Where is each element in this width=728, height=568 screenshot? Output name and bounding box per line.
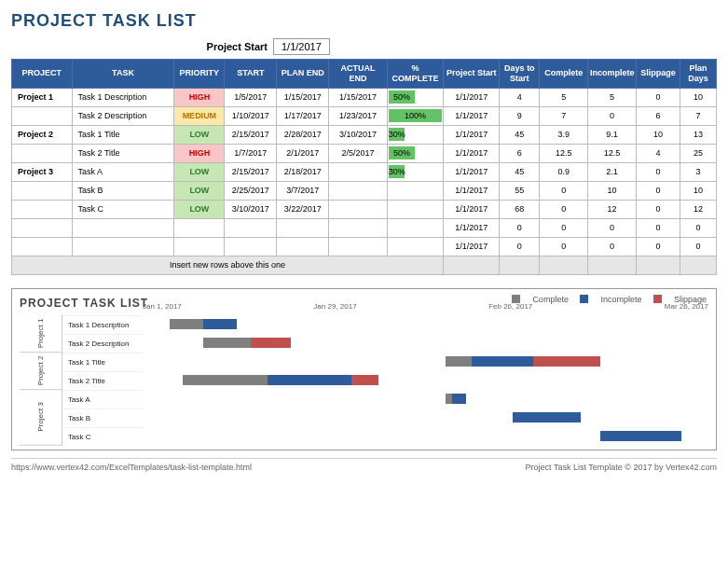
table-row: Project 1Task 1 DescriptionHIGH1/5/20171… <box>12 88 717 106</box>
cell: 12.5 <box>540 144 588 162</box>
cell[interactable]: 2/15/2017 <box>225 125 277 144</box>
cell[interactable] <box>12 200 73 218</box>
y-task-label: Task B <box>62 409 143 427</box>
task-table: PROJECTTASKPRIORITYSTARTPLAN ENDACTUAL E… <box>11 59 717 275</box>
bar-row <box>143 427 708 446</box>
y-group: Project 3 <box>20 390 62 446</box>
cell[interactable]: Project 2 <box>12 125 73 144</box>
priority-cell[interactable]: LOW <box>174 200 225 218</box>
priority-cell[interactable]: HIGH <box>174 144 225 162</box>
pct-cell[interactable]: 30% <box>387 162 443 181</box>
cell: 3 <box>680 162 717 181</box>
priority-cell[interactable] <box>174 237 225 256</box>
cell[interactable]: 2/15/2017 <box>225 162 277 181</box>
cell[interactable]: 1/15/2017 <box>329 88 387 106</box>
cell: 4 <box>500 88 540 106</box>
cell[interactable]: Project 1 <box>12 88 73 106</box>
cell[interactable]: 3/7/2017 <box>277 181 329 200</box>
cell[interactable] <box>329 237 387 256</box>
cell[interactable]: 3/10/2017 <box>225 200 277 218</box>
table-row: Task 2 DescriptionMEDIUM1/10/20171/17/20… <box>12 106 717 125</box>
y-task-label: Task 2 Description <box>62 334 143 353</box>
cell[interactable] <box>329 218 387 237</box>
cell[interactable] <box>329 181 387 200</box>
cell[interactable] <box>277 237 329 256</box>
bar-seg-incomplete <box>472 356 533 367</box>
cell[interactable] <box>12 106 73 125</box>
cell[interactable] <box>12 237 73 256</box>
pct-cell[interactable]: 30% <box>387 125 443 144</box>
pct-cell[interactable] <box>387 218 443 237</box>
cell[interactable]: Task 2 Description <box>72 106 174 125</box>
cell: 0 <box>636 237 680 256</box>
bar-seg-complete <box>170 319 203 329</box>
cell[interactable]: 2/18/2017 <box>277 162 329 181</box>
table-row: Project 2Task 1 TitleLOW2/15/20172/28/20… <box>12 125 717 144</box>
bar-row <box>143 315 708 334</box>
pct-cell[interactable] <box>387 200 443 218</box>
cell[interactable]: 3/10/2017 <box>329 125 387 144</box>
table-row: Task BLOW2/25/20173/7/20171/1/2017550100… <box>12 181 717 200</box>
cell[interactable]: Task 1 Title <box>72 125 174 144</box>
bar-row <box>143 334 708 353</box>
cell[interactable]: Project 3 <box>12 162 73 181</box>
pct-cell[interactable]: 100% <box>387 106 443 125</box>
cell[interactable] <box>12 218 73 237</box>
cell[interactable]: 3/22/2017 <box>277 200 329 218</box>
bar-row <box>143 409 708 427</box>
gantt-chart: PROJECT TASK LIST Complete Incomplete Sl… <box>11 288 717 450</box>
cell[interactable]: 2/1/2017 <box>277 144 329 162</box>
cell[interactable]: 1/23/2017 <box>329 106 387 125</box>
bar-seg-slippage <box>533 356 600 367</box>
cell[interactable]: 1/15/2017 <box>277 88 329 106</box>
priority-cell[interactable]: LOW <box>174 181 225 200</box>
cell[interactable]: 2/5/2017 <box>329 144 387 162</box>
pct-cell[interactable] <box>387 181 443 200</box>
cell[interactable]: 2/28/2017 <box>277 125 329 144</box>
cell[interactable]: Task 2 Title <box>72 144 174 162</box>
bar-seg-slippage <box>251 338 291 348</box>
cell[interactable]: Task B <box>72 181 174 200</box>
bar-seg-complete <box>183 375 267 385</box>
cell[interactable] <box>277 218 329 237</box>
priority-cell[interactable] <box>174 218 225 237</box>
y-group: Project 2 <box>20 353 62 390</box>
cell[interactable] <box>329 200 387 218</box>
bar-row <box>143 390 708 409</box>
cell[interactable] <box>225 218 277 237</box>
cell[interactable] <box>72 218 174 237</box>
col-header: START <box>225 60 277 89</box>
cell: 1/1/2017 <box>444 218 500 237</box>
cell: 12 <box>588 200 637 218</box>
cell[interactable]: 2/25/2017 <box>225 181 277 200</box>
cell[interactable]: 1/10/2017 <box>225 106 277 125</box>
cell[interactable] <box>12 181 73 200</box>
project-start-value[interactable]: 1/1/2017 <box>273 38 330 55</box>
pct-cell[interactable] <box>387 237 443 256</box>
priority-cell[interactable]: LOW <box>174 125 225 144</box>
cell: 1/1/2017 <box>444 144 500 162</box>
cell[interactable]: Task 1 Description <box>72 88 174 106</box>
cell[interactable]: Task C <box>72 200 174 218</box>
cell[interactable] <box>12 144 73 162</box>
table-row: Task CLOW3/10/20173/22/20171/1/201768012… <box>12 200 717 218</box>
cell[interactable]: 1/7/2017 <box>225 144 277 162</box>
cell: 0 <box>680 218 717 237</box>
cell[interactable]: Task A <box>72 162 174 181</box>
pct-cell[interactable]: 50% <box>387 88 443 106</box>
priority-cell[interactable]: MEDIUM <box>174 106 225 125</box>
priority-cell[interactable]: HIGH <box>174 88 225 106</box>
y-group: Project 1 <box>20 315 62 353</box>
table-row: Project 3Task ALOW2/15/20172/18/201730%1… <box>12 162 717 181</box>
cell: 7 <box>680 106 717 125</box>
pct-cell[interactable]: 50% <box>387 144 443 162</box>
col-header: Project Start <box>444 60 500 89</box>
x-tick: Mar 26, 2017 <box>665 302 708 311</box>
cell[interactable] <box>329 162 387 181</box>
cell[interactable]: 1/17/2017 <box>277 106 329 125</box>
cell[interactable] <box>225 237 277 256</box>
cell: 1/1/2017 <box>444 106 500 125</box>
cell[interactable]: 1/5/2017 <box>225 88 277 106</box>
cell[interactable] <box>72 237 174 256</box>
priority-cell[interactable]: LOW <box>174 162 225 181</box>
